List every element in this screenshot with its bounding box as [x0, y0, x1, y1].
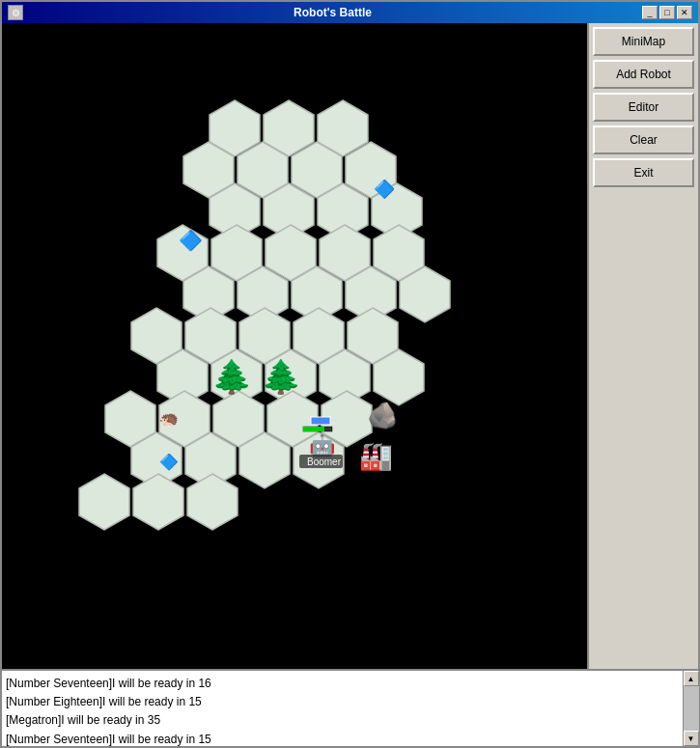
svg-marker-42: [133, 474, 183, 530]
clear-button[interactable]: Clear: [593, 125, 694, 154]
log-line-1: [Number Seventeen]I will be ready in 16: [6, 675, 679, 693]
small-creature-sprite: 🦔: [159, 409, 179, 428]
title-bar: ⚙ Robot's Battle _ □ ✕: [2, 2, 698, 23]
log-scrollbar: ▲ ▼: [683, 671, 698, 746]
crystal-sprite-1: 🔷: [179, 229, 203, 252]
tree-sprite-1: 🌲: [211, 357, 253, 397]
log-line-3: [Megatron]I will be ready in 35: [6, 711, 679, 730]
add-robot-button[interactable]: Add Robot: [593, 60, 694, 89]
tree-sprite-2: 🌲: [261, 357, 302, 397]
log-area[interactable]: [Number Seventeen]I will be ready in 16 …: [2, 671, 683, 746]
scroll-track: [684, 686, 699, 731]
rock-sprite: 🪨: [367, 400, 399, 430]
window-title: Robot's Battle: [294, 6, 372, 19]
scroll-up-button[interactable]: ▲: [684, 671, 699, 686]
window-controls: _ □ ✕: [642, 6, 692, 19]
log-line-4: [Number Seventeen]I will be ready in 15: [6, 731, 679, 746]
log-panel: [Number Seventeen]I will be ready in 16 …: [2, 669, 698, 746]
hex-map-svg: 🔷 🔷 🌲 🌲 🪨 🦔 🔷 �: [2, 23, 576, 669]
robot-flag: [311, 417, 330, 425]
tower-sprite: 🏭: [359, 440, 393, 472]
game-canvas[interactable]: 🔷 🔷 🌲 🌲 🪨 🦔 🔷 �: [2, 23, 587, 669]
log-line-2: [Number Eighteen]I will be ready in 15: [6, 693, 679, 711]
crystal-sprite-3: 🔷: [159, 453, 179, 471]
scroll-down-button[interactable]: ▼: [684, 731, 699, 746]
editor-button[interactable]: Editor: [593, 93, 694, 122]
boomer-label: Boomer: [307, 457, 342, 467]
exit-button[interactable]: Exit: [593, 158, 694, 187]
svg-marker-43: [187, 474, 238, 530]
crystal-sprite-2: 🔷: [374, 179, 396, 200]
sidebar: MiniMap Add Robot Editor Clear Exit: [587, 23, 698, 669]
app-icon: ⚙: [8, 5, 23, 20]
restore-button[interactable]: □: [659, 6, 675, 19]
minimize-button[interactable]: _: [642, 6, 658, 19]
close-button[interactable]: ✕: [677, 6, 692, 19]
robot-health-fill: [303, 427, 324, 431]
main-area: 🔷 🔷 🌲 🌲 🪨 🦔 🔷 �: [2, 23, 698, 669]
main-window: ⚙ Robot's Battle _ □ ✕: [0, 0, 700, 748]
minimap-button[interactable]: MiniMap: [593, 27, 694, 56]
svg-marker-0: [2, 23, 52, 79]
boomer-robot-sprite: 🤖: [309, 432, 336, 458]
svg-marker-41: [79, 474, 129, 530]
